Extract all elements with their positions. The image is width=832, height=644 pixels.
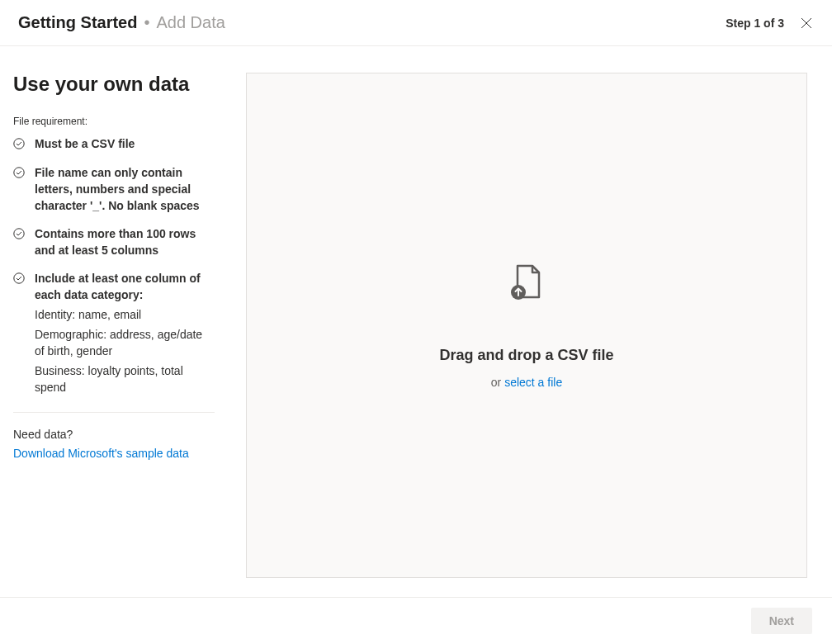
requirement-text: File name can only contain letters, numb…: [35, 164, 215, 214]
title-separator: •: [144, 13, 149, 32]
dropzone-or-text: or: [491, 376, 504, 389]
step-indicator: Step 1 of 3: [726, 17, 784, 30]
requirement-text: Must be a CSV file: [35, 135, 135, 153]
page-subtitle: Add Data: [156, 13, 225, 32]
requirement-item: Include at least one column of each data…: [13, 270, 215, 395]
header: Getting Started • Add Data Step 1 of 3: [0, 0, 832, 46]
close-button[interactable]: [801, 17, 812, 29]
check-circle-icon: [13, 228, 25, 258]
page-title: Getting Started: [18, 13, 137, 32]
upload-file-icon: [508, 263, 546, 304]
dropzone-subtitle: or select a file: [491, 376, 562, 389]
dropzone-title: Drag and drop a CSV file: [439, 347, 613, 364]
sidebar: Use your own data File requirement: Must…: [13, 73, 215, 577]
svg-point-3: [14, 273, 24, 283]
next-button[interactable]: Next: [751, 608, 812, 634]
svg-point-2: [14, 229, 24, 239]
content: Use your own data File requirement: Must…: [0, 46, 832, 597]
requirement-item: Must be a CSV file: [13, 135, 215, 153]
file-dropzone[interactable]: Drag and drop a CSV file or select a fil…: [246, 73, 807, 578]
select-file-link[interactable]: select a file: [504, 376, 562, 389]
check-circle-icon: [13, 272, 25, 395]
requirement-sub: Demographic: address, age/date of birth,…: [35, 326, 215, 359]
requirement-sub: Identity: name, email: [35, 306, 215, 323]
need-data-label: Need data?: [13, 428, 215, 441]
file-requirement-label: File requirement:: [13, 116, 215, 127]
header-titles: Getting Started • Add Data: [18, 13, 225, 32]
sidebar-heading: Use your own data: [13, 73, 215, 96]
footer: Next: [0, 597, 832, 644]
check-circle-icon: [13, 138, 25, 153]
requirements-list: Must be a CSV file File name can only co…: [13, 135, 215, 395]
divider: [13, 412, 215, 413]
check-circle-icon: [13, 167, 25, 214]
requirement-item: File name can only contain letters, numb…: [13, 164, 215, 214]
requirement-text: Contains more than 100 rows and at least…: [35, 225, 215, 258]
header-right: Step 1 of 3: [726, 17, 812, 30]
svg-point-1: [14, 168, 24, 178]
download-sample-link[interactable]: Download Microsoft's sample data: [13, 447, 189, 460]
requirement-item: Contains more than 100 rows and at least…: [13, 225, 215, 258]
requirement-text: Include at least one column of each data…: [35, 270, 215, 395]
close-icon: [801, 17, 812, 29]
svg-point-0: [14, 139, 24, 149]
requirement-main-text: Include at least one column of each data…: [35, 272, 201, 301]
requirement-sub: Business: loyalty points, total spend: [35, 362, 215, 395]
